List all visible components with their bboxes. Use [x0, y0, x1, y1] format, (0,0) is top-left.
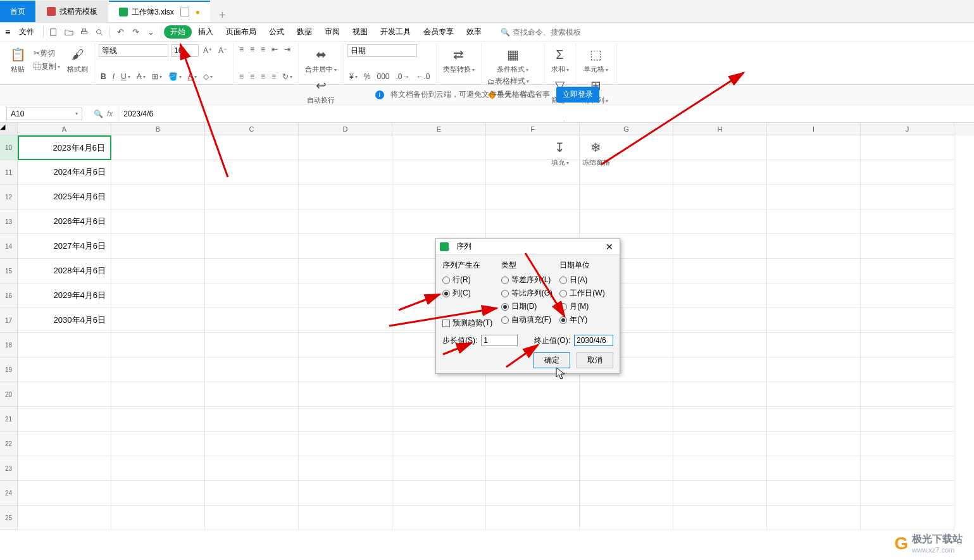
cell[interactable]: [673, 407, 767, 432]
cell[interactable]: [861, 333, 954, 358]
row-header[interactable]: 12: [0, 185, 18, 209]
print-icon[interactable]: [78, 26, 91, 39]
cell[interactable]: [299, 234, 392, 259]
dec-decimal-icon[interactable]: ←.0: [415, 72, 432, 82]
orientation-icon[interactable]: ↻▾: [280, 72, 294, 82]
cell[interactable]: [580, 506, 673, 530]
cell[interactable]: [299, 283, 392, 308]
cell[interactable]: [18, 407, 111, 432]
cell[interactable]: [486, 209, 580, 234]
cell[interactable]: [299, 259, 392, 283]
cell[interactable]: [580, 135, 673, 160]
cell[interactable]: [580, 382, 673, 407]
cell[interactable]: [205, 481, 299, 506]
cell[interactable]: [580, 160, 673, 185]
search-input[interactable]: [513, 28, 601, 37]
copy-button[interactable]: ⿻ 复制▾: [32, 61, 62, 73]
menu-pagelayout[interactable]: 页面布局: [220, 27, 263, 37]
cell[interactable]: [767, 456, 861, 481]
cell[interactable]: [299, 506, 392, 530]
open-icon[interactable]: [63, 26, 75, 39]
cell[interactable]: [673, 234, 767, 259]
cell[interactable]: [299, 407, 392, 432]
cell[interactable]: [392, 209, 486, 234]
cell[interactable]: [861, 382, 954, 407]
cell[interactable]: [392, 481, 486, 506]
cell[interactable]: [861, 432, 954, 456]
cell[interactable]: 2028年4月6日: [18, 259, 111, 283]
cell[interactable]: [673, 209, 767, 234]
cell[interactable]: [111, 185, 205, 209]
col-header[interactable]: E: [392, 123, 486, 135]
row-header[interactable]: 22: [0, 432, 18, 456]
row-header[interactable]: 25: [0, 506, 18, 530]
cell[interactable]: [673, 456, 767, 481]
cell[interactable]: [861, 209, 954, 234]
cell[interactable]: [299, 308, 392, 333]
ok-button[interactable]: 确定: [534, 352, 570, 368]
wrap-button[interactable]: ↩自动换行: [303, 75, 339, 106]
cell[interactable]: 2026年4月6日: [18, 209, 111, 234]
cell[interactable]: [767, 209, 861, 234]
tab-home[interactable]: 首页: [0, 1, 35, 22]
cell[interactable]: [861, 506, 954, 530]
cell[interactable]: [299, 456, 392, 481]
percent-icon[interactable]: %: [362, 72, 373, 82]
cell[interactable]: [767, 382, 861, 407]
increase-font-icon[interactable]: A⁺: [201, 46, 214, 56]
cell[interactable]: [205, 283, 299, 308]
cell[interactable]: [205, 382, 299, 407]
table-style-button[interactable]: 🗂 表格样式▾: [485, 75, 540, 87]
cell[interactable]: [205, 333, 299, 358]
menu-formula[interactable]: 公式: [263, 27, 290, 37]
cell[interactable]: [111, 209, 205, 234]
strike-icon[interactable]: A▾: [135, 72, 147, 82]
cell[interactable]: [861, 358, 954, 382]
cell[interactable]: [486, 135, 580, 160]
window-icon[interactable]: [180, 8, 189, 16]
cancel-button[interactable]: 取消: [577, 352, 613, 368]
align-right-icon[interactable]: ≡: [259, 72, 267, 82]
radio-row[interactable]: 行(R): [442, 273, 496, 287]
align-center-icon[interactable]: ≡: [248, 72, 256, 82]
bold-icon[interactable]: B: [99, 72, 108, 82]
cell[interactable]: [767, 358, 861, 382]
preview-icon[interactable]: [93, 26, 106, 39]
cell[interactable]: [673, 160, 767, 185]
radio-column[interactable]: 列(C): [442, 287, 496, 300]
cell[interactable]: 2029年4月6日: [18, 283, 111, 308]
col-header[interactable]: G: [580, 123, 673, 135]
cell[interactable]: [18, 333, 111, 358]
cell[interactable]: [392, 185, 486, 209]
cell[interactable]: [673, 259, 767, 283]
cell[interactable]: [580, 407, 673, 432]
cell[interactable]: 2030年4月6日: [18, 308, 111, 333]
cell[interactable]: [580, 432, 673, 456]
number-format-combo[interactable]: [347, 44, 417, 57]
merge-center-button[interactable]: ⬌合并居中▾: [303, 44, 339, 75]
cell[interactable]: [299, 185, 392, 209]
cell[interactable]: [299, 481, 392, 506]
underline-icon[interactable]: U▾: [119, 72, 132, 82]
cell[interactable]: [299, 209, 392, 234]
cells-button[interactable]: ⬚单元格▾: [580, 44, 613, 75]
cell[interactable]: [767, 407, 861, 432]
cell[interactable]: [673, 185, 767, 209]
cell[interactable]: [111, 382, 205, 407]
cell[interactable]: [392, 382, 486, 407]
cell[interactable]: [486, 160, 580, 185]
cell[interactable]: [299, 382, 392, 407]
cell[interactable]: [673, 432, 767, 456]
cell[interactable]: [205, 209, 299, 234]
cell[interactable]: [205, 506, 299, 530]
cell[interactable]: [111, 259, 205, 283]
cell[interactable]: [18, 506, 111, 530]
cell[interactable]: [486, 407, 580, 432]
cell[interactable]: [580, 185, 673, 209]
cell[interactable]: [299, 358, 392, 382]
row-header[interactable]: 21: [0, 407, 18, 432]
cell[interactable]: [205, 407, 299, 432]
font-size-combo[interactable]: [171, 44, 199, 57]
radio-geom[interactable]: 等比序列(G): [501, 287, 555, 300]
cell[interactable]: [205, 185, 299, 209]
